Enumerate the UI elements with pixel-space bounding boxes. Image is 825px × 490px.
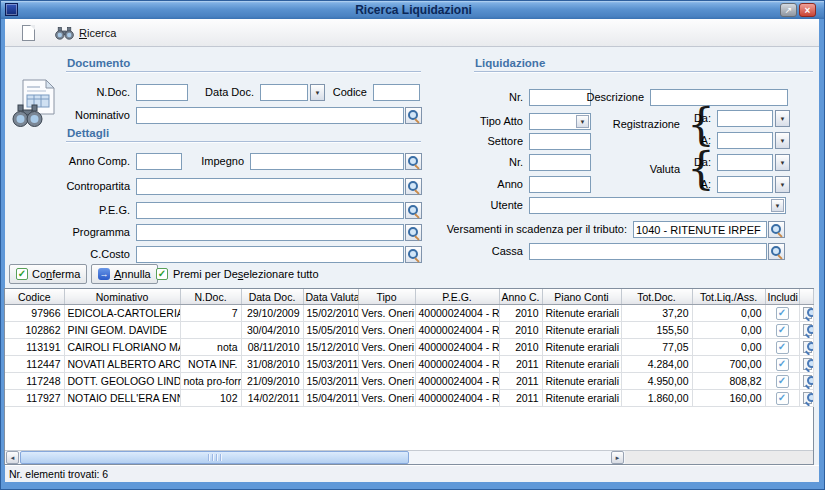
table-row[interactable]: 112447NOVATI ALBERTO ARCHITNOTA INF.31/0… [5, 356, 813, 373]
restore-button[interactable]: ↗ [780, 3, 797, 17]
registrazione-da-dropdown-button[interactable]: ▼ [775, 110, 790, 127]
descrizione-input[interactable] [650, 89, 788, 106]
column-header-tot_liq[interactable]: Tot.Liq./Ass. [692, 289, 765, 305]
row-detail-button[interactable] [803, 358, 814, 371]
datadoc-dropdown-button[interactable]: ▼ [310, 84, 325, 101]
versamenti-search-button[interactable] [768, 221, 785, 238]
table-row[interactable]: 117248DOTT. GEOLOGO LINDA Cnota pro-form… [5, 373, 813, 390]
ndoc-input[interactable] [136, 84, 188, 101]
check-icon: ✓ [778, 324, 786, 335]
cell-nominativo: NOVATI ALBERTO ARCHIT [64, 356, 180, 373]
row-detail-button[interactable] [803, 341, 814, 354]
column-header-ndoc[interactable]: N.Doc. [180, 289, 241, 305]
cell-data_valuta: 15/02/2010 [303, 305, 358, 322]
nominativo-input[interactable] [136, 107, 404, 124]
ricerca-button[interactable]: Ricerca [51, 23, 120, 43]
column-header-includi[interactable]: Includi [765, 289, 799, 305]
includi-checkbox[interactable]: ✓ [776, 392, 789, 405]
column-header-tot_doc[interactable]: Tot.Doc. [621, 289, 692, 305]
nominativo-search-button[interactable] [405, 107, 422, 124]
cassa-search-button[interactable] [768, 243, 785, 260]
scrollbar-thumb[interactable] [20, 451, 409, 464]
conferma-button[interactable]: ✓ Conferma [9, 264, 87, 284]
ccosto-input[interactable] [136, 246, 404, 263]
column-header-anno_c[interactable]: Anno C. [499, 289, 542, 305]
row-detail-button[interactable] [803, 307, 814, 320]
programma-input[interactable] [136, 224, 404, 241]
table-row[interactable]: 117927NOTAIO DELL'ERA ENNIO10214/02/2011… [5, 390, 813, 407]
cell-tot_doc: 1.860,00 [621, 390, 692, 407]
scroll-right-button[interactable]: ► [611, 451, 624, 464]
cell-tot_liq: 808,82 [692, 373, 765, 390]
valuta-da-dropdown-button[interactable]: ▼ [775, 154, 790, 171]
magnifier-icon [807, 308, 814, 317]
valuta-da-input[interactable] [717, 154, 773, 171]
new-document-button[interactable] [17, 23, 39, 43]
cell-tipo: Vers. Oneri [358, 305, 415, 322]
liq-nr-input[interactable] [529, 89, 591, 106]
includi-checkbox[interactable]: ✓ [776, 341, 789, 354]
annulla-arrow-icon: → [98, 268, 110, 280]
includi-checkbox[interactable]: ✓ [776, 324, 789, 337]
includi-checkbox[interactable]: ✓ [776, 375, 789, 388]
valuta-a-input[interactable] [717, 176, 773, 193]
column-header-data_doc[interactable]: Data Doc. [241, 289, 303, 305]
column-header-data_valuta[interactable]: Data Valuta [303, 289, 358, 305]
cell-data_doc: 29/10/2009 [241, 305, 303, 322]
programma-label: Programma [73, 226, 130, 238]
cell-codice: 102862 [5, 322, 64, 339]
scroll-left-button[interactable]: ◄ [6, 451, 19, 464]
anno-input[interactable] [529, 176, 591, 193]
contropartita-input[interactable] [136, 178, 404, 195]
datadoc-input[interactable] [260, 84, 308, 101]
utente-select[interactable]: ▼ [529, 197, 786, 214]
column-header-piano_conti[interactable]: Piano Conti [542, 289, 621, 305]
row-detail-button[interactable] [803, 324, 814, 337]
includi-checkbox[interactable]: ✓ [776, 307, 789, 320]
ccosto-search-button[interactable] [405, 246, 422, 263]
datadoc-label: Data Doc. [205, 86, 254, 98]
liq-nr2-input[interactable] [529, 154, 591, 171]
column-header-peg[interactable]: P.E.G. [415, 289, 499, 305]
column-header-detail[interactable] [799, 289, 813, 305]
status-text: Nr. elementi trovati: 6 [9, 468, 108, 480]
registrazione-da-input[interactable] [717, 110, 773, 127]
codice-input[interactable] [373, 84, 420, 101]
scrollbar-filler [625, 451, 813, 464]
column-header-tipo[interactable]: Tipo [358, 289, 415, 305]
ccosto-label: C.Costo [90, 248, 130, 260]
deselect-all-button[interactable]: ✓ Premi per Deselezionare tutto [156, 264, 319, 284]
horizontal-scrollbar[interactable]: ◄ ► [5, 450, 813, 464]
row-detail-button[interactable] [803, 392, 814, 405]
contropartita-search-button[interactable] [405, 178, 422, 195]
registrazione-a-input[interactable] [717, 132, 773, 149]
valuta-a-dropdown-button[interactable]: ▼ [775, 176, 790, 193]
table-row[interactable]: 113191CAIROLI FLORIANO MARInota08/11/201… [5, 339, 813, 356]
registrazione-a-dropdown-button[interactable]: ▼ [775, 132, 790, 149]
column-header-codice[interactable]: Codice [5, 289, 64, 305]
table-header-row: CodiceNominativoN.Doc.Data Doc.Data Valu… [5, 289, 813, 305]
impegno-search-button[interactable] [405, 153, 422, 170]
cell-tot_doc: 77,05 [621, 339, 692, 356]
check-icon: ✓ [778, 307, 786, 318]
includi-checkbox[interactable]: ✓ [776, 358, 789, 371]
table-body: 97966EDICOLA-CARTOLERIA SA729/10/200915/… [5, 305, 813, 407]
cassa-input[interactable] [529, 243, 767, 260]
peg-input[interactable] [136, 202, 404, 219]
anno-comp-input[interactable] [136, 153, 182, 170]
row-detail-button[interactable] [803, 375, 814, 388]
cell-piano_conti: Ritenute erariali Ac [542, 356, 621, 373]
cell-data_valuta: 15/03/2011 [303, 356, 358, 373]
annulla-button[interactable]: → Annulla [91, 264, 158, 284]
tipo-atto-select[interactable]: ▼ [529, 113, 591, 130]
column-header-nominativo[interactable]: Nominativo [64, 289, 180, 305]
close-button[interactable]: × [799, 3, 816, 17]
table-row[interactable]: 102862PINI GEOM. DAVIDE30/04/201015/05/2… [5, 322, 813, 339]
peg-search-button[interactable] [405, 202, 422, 219]
settore-input[interactable] [529, 133, 591, 150]
versamenti-input[interactable] [633, 221, 767, 238]
table-row[interactable]: 97966EDICOLA-CARTOLERIA SA729/10/200915/… [5, 305, 813, 322]
cell-tot_liq: 0,00 [692, 305, 765, 322]
impegno-input[interactable] [250, 153, 404, 170]
programma-search-button[interactable] [405, 224, 422, 241]
